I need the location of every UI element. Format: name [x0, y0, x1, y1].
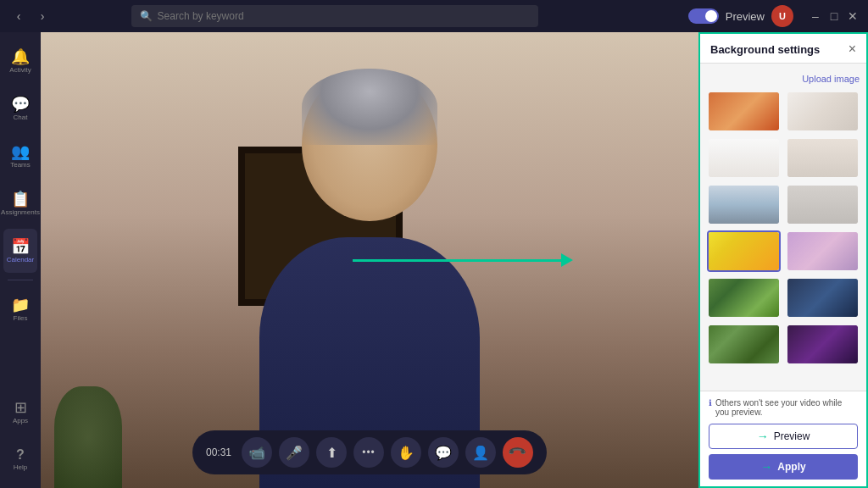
- sidebar: 🔔 Activity 💬 Chat 👥 Teams 📋 Assignments …: [0, 32, 41, 488]
- sidebar-item-teams[interactable]: 👥 Teams: [3, 134, 37, 178]
- sidebar-label-chat: Chat: [14, 114, 28, 121]
- person-hair: [302, 69, 437, 145]
- preview-toggle-switch[interactable]: [688, 8, 719, 24]
- thumb-image-5: [709, 186, 779, 224]
- sidebar-item-assignments[interactable]: 📋 Assignments: [3, 181, 37, 225]
- apply-button-label: Apply: [777, 461, 805, 473]
- sidebar-item-calendar[interactable]: 📅 Calendar: [3, 229, 37, 273]
- calendar-icon: 📅: [11, 239, 30, 254]
- panel-title: Background settings: [710, 43, 820, 56]
- bg-thumbnail-12[interactable]: [786, 324, 860, 365]
- footer-note: ℹ Others won't see your video while you …: [709, 398, 858, 417]
- plant-decoration: [54, 386, 122, 488]
- chat-icon: 💬: [11, 97, 30, 112]
- bg-thumbnail-3[interactable]: [707, 137, 781, 179]
- sidebar-label-apps: Apps: [13, 417, 28, 424]
- chat-button[interactable]: 💬: [428, 437, 459, 468]
- upload-image-link[interactable]: Upload image: [802, 74, 860, 84]
- sidebar-label-teams: Teams: [10, 161, 31, 169]
- sidebar-item-activity[interactable]: 🔔 Activity: [3, 39, 37, 83]
- help-icon: ?: [16, 448, 25, 462]
- panel-header: Background settings ×: [700, 34, 866, 64]
- video-area: 00:31 📹 🎤 ⬆ ••• ✋ 💬 👤 📞: [41, 32, 698, 488]
- assignments-icon: 📋: [11, 191, 30, 207]
- minimize-button[interactable]: –: [809, 9, 822, 23]
- sidebar-label-activity: Activity: [9, 66, 31, 74]
- search-bar[interactable]: 🔍: [131, 5, 538, 27]
- sidebar-label-files: Files: [14, 314, 28, 322]
- share-screen-button[interactable]: ⬆: [316, 437, 347, 468]
- maximize-button[interactable]: □: [827, 9, 841, 23]
- call-controls-bar: 00:31 📹 🎤 ⬆ ••• ✋ 💬 👤 📞: [192, 430, 547, 474]
- sidebar-divider: [8, 280, 33, 280]
- more-options-button[interactable]: •••: [353, 437, 384, 468]
- bg-thumbnail-11[interactable]: [707, 324, 781, 365]
- thumb-image-7: [709, 232, 779, 270]
- thumb-image-12: [787, 325, 858, 363]
- preview-button[interactable]: → Preview: [709, 424, 858, 449]
- sidebar-item-help[interactable]: ? Help: [3, 437, 37, 481]
- bg-thumbnail-4[interactable]: [786, 137, 860, 179]
- files-icon: 📁: [11, 297, 30, 313]
- window-controls: – □ ✕: [809, 9, 860, 23]
- nav-forward-button[interactable]: ›: [32, 6, 53, 26]
- sidebar-label-assignments: Assignments: [1, 208, 40, 216]
- nav-arrows: ‹ ›: [8, 6, 53, 26]
- background-settings-panel: Background settings × Upload image: [698, 32, 868, 488]
- user-avatar[interactable]: U: [771, 5, 793, 27]
- panel-close-button[interactable]: ×: [849, 42, 856, 56]
- video-button[interactable]: 📹: [242, 437, 272, 468]
- thumb-image-8: [787, 232, 858, 270]
- background-grid: [707, 91, 860, 365]
- activity-icon: 🔔: [11, 49, 30, 64]
- thumb-image-10: [787, 279, 858, 317]
- thumb-image-9: [709, 279, 779, 317]
- sidebar-item-files[interactable]: 📁 Files: [3, 287, 37, 331]
- bg-thumbnail-2[interactable]: [786, 91, 860, 132]
- footer-note-text: Others won't see your video while you pr…: [715, 398, 858, 417]
- thumb-image-6: [787, 186, 858, 224]
- preview-button-label: Preview: [774, 430, 810, 442]
- sidebar-label-help: Help: [14, 463, 27, 471]
- bg-thumbnail-7[interactable]: [707, 230, 781, 272]
- mic-button[interactable]: 🎤: [279, 437, 309, 468]
- close-button[interactable]: ✕: [846, 9, 860, 23]
- thumb-image-4: [787, 139, 858, 177]
- bg-thumbnail-5[interactable]: [707, 184, 781, 225]
- bg-thumbnail-9[interactable]: [707, 277, 781, 319]
- preview-label: Preview: [726, 10, 765, 23]
- upload-row: Upload image: [707, 70, 860, 86]
- info-icon: ℹ: [709, 398, 712, 408]
- raise-hand-button[interactable]: ✋: [391, 437, 421, 468]
- sidebar-item-chat[interactable]: 💬 Chat: [3, 86, 37, 130]
- call-timer: 00:31: [206, 446, 231, 458]
- bg-thumbnail-8[interactable]: [786, 230, 860, 272]
- panel-footer: ℹ Others won't see your video while you …: [700, 391, 866, 486]
- preview-toggle: Preview: [688, 8, 765, 24]
- teams-icon: 👥: [11, 144, 30, 159]
- main-area: 🔔 Activity 💬 Chat 👥 Teams 📋 Assignments …: [0, 32, 868, 488]
- top-bar: ‹ › 🔍 Preview U – □ ✕: [0, 0, 868, 32]
- search-input[interactable]: [158, 10, 530, 22]
- sidebar-label-calendar: Calendar: [7, 256, 34, 263]
- sidebar-item-apps[interactable]: ⊞ Apps: [3, 390, 37, 434]
- nav-back-button[interactable]: ‹: [8, 6, 29, 26]
- thumb-image-2: [787, 92, 858, 130]
- apply-button[interactable]: → Apply: [709, 454, 858, 480]
- preview-arrow-icon: →: [757, 430, 769, 443]
- thumb-image-1: [709, 92, 779, 130]
- bg-thumbnail-6[interactable]: [786, 184, 860, 225]
- apps-icon: ⊞: [14, 400, 27, 415]
- thumb-image-11: [709, 325, 779, 363]
- thumb-image-3: [709, 139, 779, 177]
- toggle-knob: [705, 10, 717, 22]
- end-call-button[interactable]: 📞: [497, 431, 540, 474]
- bg-thumbnail-1[interactable]: [707, 91, 781, 132]
- search-icon: 🔍: [140, 10, 153, 22]
- bg-thumbnail-10[interactable]: [786, 277, 860, 319]
- panel-content[interactable]: Upload image: [700, 64, 866, 391]
- participants-button[interactable]: 👤: [465, 437, 496, 468]
- apply-arrow-icon: →: [760, 460, 772, 474]
